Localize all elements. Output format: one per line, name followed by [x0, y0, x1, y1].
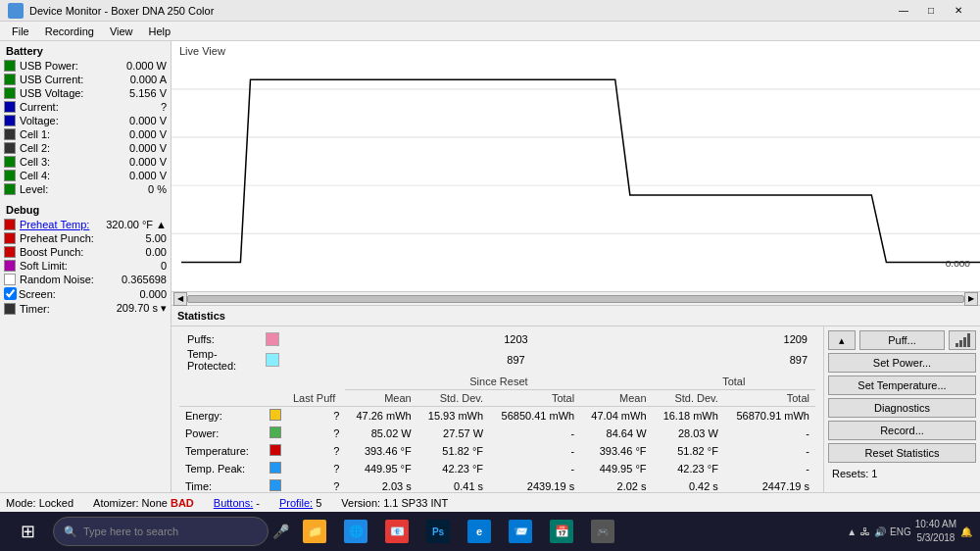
battery-row-3: Current: ?: [0, 100, 171, 114]
chart-svg: 0.000: [172, 41, 980, 291]
temp-protected-color-box: [266, 353, 279, 367]
debug-row-value-2: 0.00: [113, 246, 167, 258]
battery-rows: USB Power: 0.000 W USB Current: 0.000 A …: [0, 59, 171, 196]
minimize-button[interactable]: —: [890, 0, 917, 22]
debug-row-3: Soft Limit: 0: [0, 259, 171, 273]
stats-row-2: Temperature: ? 393.46 °F 51.82 °F - 393.…: [179, 442, 815, 460]
debug-row-value-5: 0.000: [113, 288, 167, 300]
stats-last-puff-1: ?: [287, 425, 345, 442]
debug-row-0: Preheat Temp: 320.00 °F ▲: [0, 218, 171, 231]
volume-icon[interactable]: 🔊: [874, 526, 886, 537]
debug-row-label-0[interactable]: Preheat Temp:: [20, 219, 106, 230]
stats-label-3: Temp. Peak:: [179, 460, 258, 477]
battery-row-label-9: Level:: [20, 183, 113, 195]
puff-button[interactable]: Puff...: [859, 330, 945, 350]
battery-row-color-0: [4, 60, 16, 72]
taskbar-clock[interactable]: 10:40 AM 5/3/2018: [915, 518, 956, 545]
record-button[interactable]: Record...: [828, 421, 976, 440]
debug-header: Debug: [0, 200, 171, 218]
temp-protected-row: Temp-Protected: 897 897: [187, 348, 808, 372]
stats-total-r-3: -: [724, 460, 815, 477]
battery-row-color-3: [4, 101, 16, 113]
maximize-button[interactable]: □: [917, 0, 945, 22]
language-label: ENG: [890, 526, 911, 537]
battery-row-color-9: [4, 183, 16, 195]
debug-row-label-1: Preheat Punch:: [20, 232, 113, 244]
bar-chart-button[interactable]: [949, 330, 976, 350]
col-total-l: Total: [489, 390, 580, 407]
battery-row-value-9: 0 %: [113, 183, 167, 195]
stats-total-l-1: -: [489, 425, 580, 442]
debug-row-label-4: Random Noise:: [20, 274, 113, 285]
battery-row-9: Level: 0 %: [0, 182, 171, 196]
reset-statistics-button[interactable]: Reset Statistics: [828, 443, 976, 463]
set-temperature-button[interactable]: Set Temperature...: [828, 376, 976, 395]
title-text: Device Monitor - Boxer DNA 250 Color: [29, 5, 890, 17]
stats-std-r-1: 28.03 W: [653, 425, 724, 442]
stats-mean-r-1: 84.64 W: [580, 425, 652, 442]
resets-label: Resets: 1: [828, 466, 976, 481]
scroll-left-arrow[interactable]: ◀: [173, 292, 187, 306]
battery-row-value-8: 0.000 V: [113, 170, 167, 181]
debug-rows: Preheat Temp: 320.00 °F ▲ Preheat Punch:…: [0, 218, 171, 316]
menu-file[interactable]: File: [4, 24, 37, 39]
temp-protected-label: Temp-Protected:: [187, 348, 266, 372]
stats-color-cell-0: [258, 407, 287, 426]
stats-label-2: Temperature:: [179, 442, 258, 460]
temp-protected-since-reset: 897: [283, 354, 749, 366]
taskbar-search[interactable]: 🔍 Type here to search: [53, 517, 269, 546]
taskbar-app-browser[interactable]: 🌐: [336, 512, 375, 551]
stats-data-table: Since Reset Total Last Puff Mean Std. De…: [179, 374, 815, 495]
buttons-value: -: [256, 497, 260, 509]
start-button[interactable]: ⊞: [4, 512, 51, 551]
chart-scrollbar[interactable]: ◀ ▶: [172, 292, 980, 306]
profile-status: Profile: 5: [279, 497, 321, 509]
debug-row-5: Screen: 0.000: [0, 286, 171, 301]
scroll-thumb[interactable]: [187, 295, 964, 303]
notification-icon[interactable]: 🔔: [960, 526, 972, 537]
puffs-color-box: [266, 332, 279, 346]
debug-row-color-1: [4, 232, 16, 244]
taskbar-app-mail[interactable]: 📧: [377, 512, 416, 551]
debug-checkbox-5[interactable]: [4, 287, 17, 300]
debug-row-color-6: [4, 303, 16, 315]
close-button[interactable]: ✕: [945, 0, 972, 22]
taskbar-app-calendar[interactable]: 📅: [542, 512, 581, 551]
taskbar-app-files[interactable]: 📁: [295, 512, 334, 551]
taskbar-date-display: 5/3/2018: [915, 531, 956, 545]
stats-std-l-2: 51.82 °F: [417, 442, 489, 460]
col-last-puff: Last Puff: [287, 390, 345, 407]
battery-row-value-0: 0.000 W: [113, 60, 167, 72]
debug-row-value-1: 5.00: [113, 232, 167, 244]
battery-row-label-6: Cell 2:: [20, 142, 113, 154]
menu-view[interactable]: View: [102, 24, 141, 39]
battery-row-color-1: [4, 74, 16, 85]
menu-help[interactable]: Help: [141, 24, 179, 39]
debug-row-2: Boost Punch: 0.00: [0, 245, 171, 259]
taskbar-app-outlook[interactable]: 📨: [501, 512, 540, 551]
set-power-button[interactable]: Set Power...: [828, 353, 976, 373]
buttons-link[interactable]: Buttons:: [214, 497, 253, 509]
puff-arrow-button[interactable]: ▴: [828, 330, 856, 350]
debug-row-label-6: Timer:: [20, 303, 113, 315]
battery-row-5: Cell 1: 0.000 V: [0, 127, 171, 141]
taskbar-app-extra[interactable]: 🎮: [583, 512, 622, 551]
taskbar: ⊞ 🔍 Type here to search 🎤 📁 🌐 📧 Ps e 📨 📅…: [0, 512, 980, 551]
diagnostics-button[interactable]: Diagnostics: [828, 398, 976, 418]
profile-link[interactable]: Profile:: [279, 497, 313, 509]
stats-total-l-0: 56850.41 mWh: [489, 407, 580, 426]
stats-color-cell-2: [258, 442, 287, 460]
mic-button[interactable]: 🎤: [272, 524, 289, 539]
stats-std-l-3: 42.23 °F: [417, 460, 489, 477]
app-icon: [8, 3, 24, 19]
menu-recording[interactable]: Recording: [37, 24, 102, 39]
taskbar-app-edge[interactable]: e: [460, 512, 499, 551]
menu-bar: File Recording View Help: [0, 22, 980, 41]
puffs-since-reset: 1203: [283, 333, 749, 345]
stats-std-l-1: 27.57 W: [417, 425, 489, 442]
scroll-right-arrow[interactable]: ▶: [964, 292, 978, 306]
network-icon: 🖧: [860, 526, 870, 537]
taskbar-expand[interactable]: ▲: [847, 526, 857, 537]
taskbar-app-photoshop[interactable]: Ps: [418, 512, 458, 551]
stats-std-r-2: 51.82 °F: [653, 442, 724, 460]
